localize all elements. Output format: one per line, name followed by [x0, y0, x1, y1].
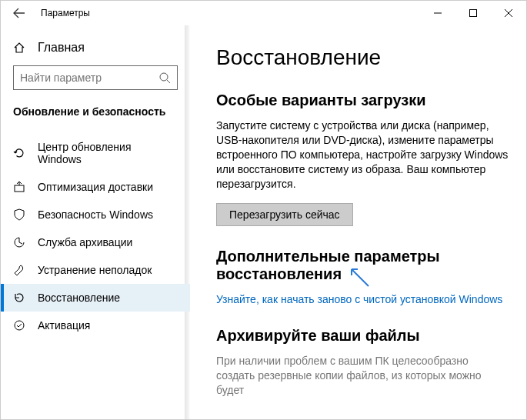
search-icon: [158, 72, 171, 84]
sidebar-section-title: Обновление и безопасность: [1, 101, 190, 133]
backup-files-heading: Архивируйте ваши файлы: [216, 327, 509, 345]
search-input[interactable]: [20, 72, 158, 84]
sidebar-item-label: Активация: [38, 319, 90, 332]
update-icon: [13, 147, 25, 159]
sidebar-item-label: Оптимизация доставки: [38, 181, 153, 193]
svg-rect-2: [15, 185, 24, 192]
close-button[interactable]: [491, 1, 526, 25]
page-title: Восстановление: [216, 45, 509, 70]
sidebar-item-recovery[interactable]: Восстановление: [1, 284, 190, 312]
backup-icon: [13, 236, 25, 248]
delivery-icon: [13, 181, 25, 193]
advanced-startup-text: Запустите систему с устройства или диска…: [216, 118, 509, 191]
backup-files-text: При наличии проблем с вашим ПК целесообр…: [216, 354, 509, 398]
back-button[interactable]: [1, 1, 38, 25]
activation-icon: [13, 319, 25, 332]
restart-now-button[interactable]: Перезагрузить сейчас: [216, 203, 353, 226]
sidebar-item-delivery-optimization[interactable]: Оптимизация доставки: [1, 173, 190, 201]
svg-point-3: [15, 321, 24, 330]
shield-icon: [13, 208, 25, 221]
advanced-startup-heading: Особые варианты загрузки: [216, 92, 509, 109]
sidebar-item-label: Центр обновления Windows: [38, 141, 178, 165]
home-icon: [13, 42, 25, 54]
recovery-icon: [13, 292, 25, 304]
window-title: Параметры: [38, 8, 420, 18]
more-recovery-heading: Дополнительные параметры восстановления: [216, 248, 509, 283]
close-icon: [505, 9, 512, 17]
sidebar-item-backup[interactable]: Служба архивации: [1, 228, 190, 256]
sidebar-item-label: Восстановление: [38, 292, 120, 304]
sidebar-item-troubleshoot[interactable]: Устранение неполадок: [1, 256, 190, 284]
search-input-wrap[interactable]: [13, 65, 178, 90]
svg-rect-0: [470, 10, 477, 17]
minimize-button[interactable]: [420, 1, 455, 25]
minimize-icon: [434, 9, 442, 17]
troubleshoot-icon: [13, 264, 25, 276]
sidebar-item-label: Устранение неполадок: [38, 264, 152, 276]
maximize-button[interactable]: [455, 1, 491, 25]
back-arrow-icon: [13, 7, 25, 19]
sidebar-home-label: Главная: [38, 41, 85, 55]
svg-point-1: [160, 73, 168, 81]
sidebar-item-label: Служба архивации: [38, 236, 132, 248]
sidebar-item-label: Безопасность Windows: [38, 208, 153, 221]
sidebar-item-activation[interactable]: Активация: [1, 312, 190, 339]
sidebar-home[interactable]: Главная: [1, 35, 190, 65]
fresh-start-link[interactable]: Узнайте, как начать заново с чистой уста…: [216, 293, 502, 305]
maximize-icon: [469, 9, 477, 17]
sidebar-item-windows-update[interactable]: Центр обновления Windows: [1, 133, 190, 173]
sidebar-item-windows-security[interactable]: Безопасность Windows: [1, 201, 190, 228]
